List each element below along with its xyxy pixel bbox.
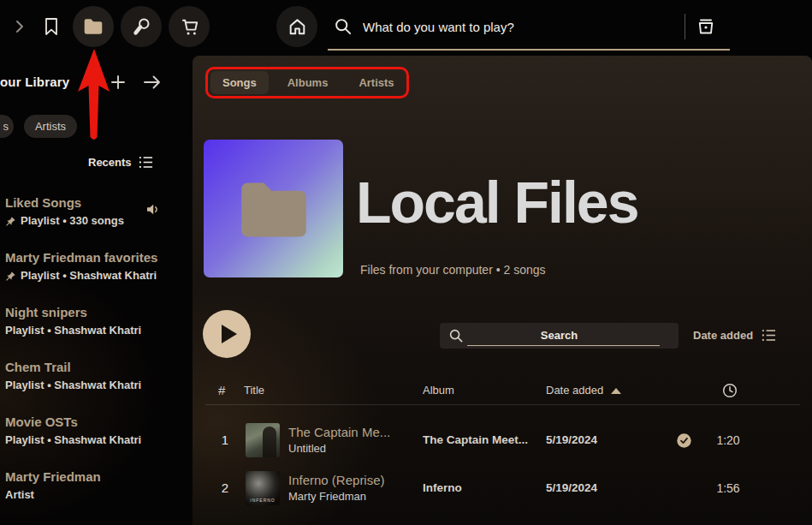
filter-chip-partial[interactable]: s <box>0 115 14 138</box>
table-divider <box>205 404 800 405</box>
create-playlist-plus-icon[interactable] <box>110 74 127 91</box>
list-view-icon <box>138 155 154 170</box>
filter-chip-artists[interactable]: Artists <box>24 115 77 138</box>
filter-search-box[interactable]: Search <box>440 323 679 349</box>
page-title: Local Files <box>356 170 637 235</box>
track-date-added: 5/19/2024 <box>546 466 597 510</box>
track-index: 1 <box>216 418 234 462</box>
microphone-icon <box>131 16 151 37</box>
pin-icon <box>5 271 16 282</box>
local-files-folder-button[interactable] <box>73 6 114 47</box>
forward-chevron-icon[interactable] <box>12 19 27 34</box>
home-icon <box>287 16 308 38</box>
column-header-album[interactable]: Album <box>423 381 454 400</box>
track-artist[interactable]: Marty Friedman <box>288 489 385 504</box>
global-search-input[interactable] <box>363 14 671 39</box>
search-icon <box>334 17 353 36</box>
topbar-divider <box>685 14 685 39</box>
local-files-artwork <box>204 140 343 277</box>
playlist-subtitle: Playlist • Shashwat Khatri <box>5 432 141 449</box>
recents-sort-control[interactable]: Recents <box>88 155 154 170</box>
folder-icon <box>235 178 312 240</box>
track-title[interactable]: Inferno (Reprise) <box>288 472 385 489</box>
playlist-subtitle: Playlist • Shashwat Khatri <box>21 267 157 284</box>
column-header-date-added[interactable]: Date added <box>546 381 603 400</box>
bookmark-icon[interactable] <box>43 17 60 36</box>
filter-chip-label: Artists <box>35 120 66 133</box>
playlist-subtitle: Playlist • Shashwat Khatri <box>5 322 141 339</box>
album-art: INFERNO <box>246 471 280 505</box>
sidebar-item-night-snipers[interactable]: Night snipers Playlist • Shashwat Khatri <box>5 303 187 344</box>
play-icon <box>222 325 237 343</box>
column-header-index[interactable]: # <box>218 381 225 400</box>
album-art <box>246 423 280 457</box>
microphone-button[interactable] <box>121 6 162 47</box>
table-header: # Title Album Date added <box>193 381 812 400</box>
filter-chip-label: s <box>3 120 9 133</box>
track-row-2[interactable]: 2 INFERNO Inferno (Reprise) Marty Friedm… <box>193 466 812 510</box>
playlist-title: Chem Trail <box>5 358 187 377</box>
top-bar <box>0 0 812 53</box>
playlist-title: Movie OSTs <box>5 413 187 432</box>
track-album[interactable]: The Captain Meet... <box>423 418 528 462</box>
search-focus-underline <box>328 49 730 51</box>
track-date-added: 5/19/2024 <box>546 418 597 462</box>
sort-label: Date added <box>693 329 753 342</box>
sidebar: our Library s Artists Recents Liked Song… <box>0 53 193 525</box>
column-header-title[interactable]: Title <box>244 381 264 400</box>
tab-songs[interactable]: Songs <box>210 71 269 94</box>
sidebar-item-chem-trail[interactable]: Chem Trail Playlist • Shashwat Khatri <box>5 358 187 399</box>
filter-underline <box>467 345 660 346</box>
track-index: 2 <box>216 466 234 510</box>
spotify-window: our Library s Artists Recents Liked Song… <box>0 0 812 525</box>
artist-title: Marty Friedman <box>5 468 187 486</box>
album-art-caption: INFERNO <box>250 498 276 505</box>
pin-icon <box>5 216 16 227</box>
cart-icon <box>179 16 200 38</box>
main-panel: Songs Albums Artists Local Files Files f… <box>193 56 812 525</box>
expand-library-arrow-icon[interactable] <box>142 73 163 92</box>
tab-albums[interactable]: Albums <box>276 71 341 94</box>
sort-ascending-icon <box>611 388 621 394</box>
track-row-1[interactable]: 1 The Captain Me... Untitled The Captain… <box>193 418 812 462</box>
cart-button[interactable] <box>169 6 210 47</box>
play-button[interactable] <box>203 310 251 358</box>
recents-label: Recents <box>88 156 132 169</box>
downloaded-check-icon <box>677 433 691 448</box>
artist-subtitle: Artist <box>5 486 34 504</box>
playlist-subtitle: Playlist • 330 songs <box>21 212 124 230</box>
sort-control[interactable]: Date added <box>693 322 777 348</box>
track-artist[interactable]: Untitled <box>288 441 390 456</box>
playlist-title: Marty Friedman favorites <box>5 248 187 267</box>
duration-clock-icon[interactable] <box>722 383 738 398</box>
track-duration: 1:56 <box>702 466 754 510</box>
library-tabs: Songs Albums Artists <box>210 70 413 95</box>
track-duration: 1:20 <box>702 418 754 462</box>
folder-icon <box>82 15 104 38</box>
list-view-icon <box>761 328 777 343</box>
track-album[interactable]: Inferno <box>423 466 462 510</box>
browse-icon[interactable] <box>695 15 717 38</box>
home-button[interactable] <box>276 6 317 47</box>
track-title[interactable]: The Captain Me... <box>288 424 390 441</box>
sidebar-item-marty-friedman-favorites[interactable]: Marty Friedman favorites Playlist • Shas… <box>5 248 187 289</box>
sidebar-item-movie-osts[interactable]: Movie OSTs Playlist • Shashwat Khatri <box>5 413 187 454</box>
tab-artists[interactable]: Artists <box>347 71 406 94</box>
page-meta: Files from your computer • 2 songs <box>360 263 546 277</box>
volume-playing-icon <box>145 202 160 217</box>
sidebar-item-marty-friedman-artist[interactable]: Marty Friedman Artist <box>5 468 187 509</box>
playlist-subtitle: Playlist • Shashwat Khatri <box>5 377 141 394</box>
library-title: our Library <box>0 75 69 89</box>
playlist-title: Night snipers <box>5 303 187 322</box>
